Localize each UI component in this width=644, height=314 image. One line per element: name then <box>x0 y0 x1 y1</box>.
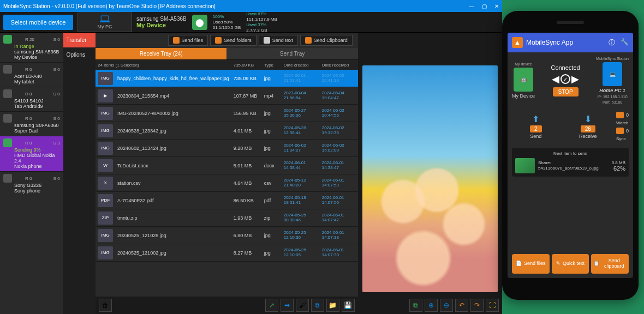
forward-button[interactable]: ➡ <box>281 299 294 312</box>
next-size: 5.8 MB <box>612 160 625 165</box>
file-size: 4.01 MB <box>231 128 262 134</box>
sidebar-device-item[interactable]: R 0S 0S410J S410JTab Android9 <box>0 87 63 112</box>
col-summary[interactable]: 24 items (1 Selected) <box>96 63 231 68</box>
delete-button[interactable]: 🗑 <box>99 299 112 312</box>
file-row[interactable]: IMGhappy_children_happy_kids_hd_free_wal… <box>96 70 358 87</box>
watch-count: 0 <box>626 112 629 118</box>
copy-image-button[interactable]: ⧉ <box>409 299 422 312</box>
file-type: mp4 <box>262 93 282 99</box>
date-received: 2024-06-0114:38:47 <box>322 161 356 171</box>
stop-button[interactable]: STOP <box>553 87 579 96</box>
next-name: Share: 5431166070_a6f7f9a519_o.jpg <box>538 160 609 171</box>
watch-row[interactable]: 0 <box>616 112 629 118</box>
file-type: zip <box>262 215 282 221</box>
tab-send[interactable]: Send Tray <box>226 48 357 59</box>
file-row[interactable]: IMG20240525_121028.jpg6.80 MBjpg2024-05-… <box>96 227 358 244</box>
file-name: 20240602_113424.jpg <box>115 146 231 151</box>
send-stat[interactable]: ⬆ 2 Send <box>512 114 560 139</box>
nav-transfer[interactable]: Transfer <box>63 33 96 47</box>
sidebar-device-item[interactable]: R 0S 3Sending 9%HMD Global Nokia 2.4Noki… <box>0 136 63 172</box>
preview-image[interactable] <box>362 65 498 292</box>
brush-button[interactable]: 🖌 <box>296 299 309 312</box>
file-name: station.csv <box>115 180 231 186</box>
phone-quick-text-button[interactable]: ✎Quick text <box>552 254 589 274</box>
col-total[interactable]: 735.09 KB <box>231 63 262 68</box>
close-button[interactable]: ✕ <box>494 3 499 9</box>
phone-connection-mid: Connected ◀✓▶ STOP <box>551 64 580 96</box>
file-row[interactable]: IMGIMG-20240527-WA0002.jpg156.95 KBjpg20… <box>96 105 358 122</box>
file-row[interactable]: ▶20230804_215654.mp4107.87 MBmp42023-08-… <box>96 87 358 105</box>
phone-app-title: MobileSync App <box>526 39 573 46</box>
net-used: Used 37% <box>246 22 277 27</box>
folder-button[interactable]: 📁 <box>326 299 339 312</box>
phone-settings-icon[interactable]: 🔧 <box>621 38 629 47</box>
sidebar[interactable]: R 20S 0In Rangesamsung SM-A536BMy Device… <box>0 33 63 314</box>
file-row[interactable]: ZIPtmntu.zip1.93 MBzip2024-05-2500:38:46… <box>96 209 358 227</box>
device-model: HMD Global Nokia 2.4 <box>14 153 60 164</box>
sync-folder-icon <box>616 128 624 134</box>
watch-folder-icon <box>616 112 624 118</box>
phone-send-files-button[interactable]: 📄Send files <box>512 254 550 274</box>
maximize-button[interactable]: ▢ <box>482 3 487 9</box>
file-row[interactable]: IMG20240602_113424.jpg9.28 MBjpg2024-06-… <box>96 140 358 157</box>
sidebar-device-item[interactable]: R 20S 0In Rangesamsung SM-A536BMy Device <box>0 33 63 63</box>
file-row[interactable]: PDFA-7D450E32.pdf86.50 KBpdf2024-05-1819… <box>96 192 358 209</box>
sidebar-device-item[interactable]: R 0S 0Acer B3-A40My tablet <box>0 63 63 87</box>
minimize-button[interactable]: — <box>469 3 474 9</box>
date-received: 2024-06-0220:44:56 <box>322 108 356 118</box>
titlebar-text: MobileSync Station - v2.0.0.0 (Full vers… <box>3 3 216 9</box>
file-row[interactable]: IMG20240528_123842.jpg4.01 MBjpg2024-05-… <box>96 122 358 140</box>
file-name: IMG-20240527-WA0002.jpg <box>115 111 231 116</box>
file-row[interactable]: Xstation.csv4.64 MBcsv2024-05-1221:40:20… <box>96 174 358 192</box>
sidebar-device-item[interactable]: R 0S 0samsung SM-A6060Super Dad <box>0 112 63 136</box>
device-alias: Super Dad <box>14 128 60 134</box>
col-received[interactable]: Date received <box>320 63 358 68</box>
clipboard-icon <box>305 37 312 44</box>
device-model: Acer B3-A40 <box>14 74 60 79</box>
zoom-in-button[interactable]: ⊕ <box>425 299 438 312</box>
file-thumb: IMG <box>98 124 113 137</box>
file-size: 156.95 KB <box>231 111 262 116</box>
receive-stat[interactable]: ⬇ 26 Receive <box>564 114 612 139</box>
zoom-out-button[interactable]: ⊖ <box>440 299 453 312</box>
phone-pc-label: Home PC 1 <box>599 88 625 93</box>
nav-options[interactable]: Options <box>63 47 96 62</box>
save-button[interactable]: 💾 <box>342 299 355 312</box>
list-body[interactable]: IMGhappy_children_happy_kids_hd_free_wal… <box>96 70 358 297</box>
station-top-label: MobileSync Station <box>596 57 629 61</box>
share-button[interactable]: ↗ <box>265 299 278 312</box>
phone-connection-row: My device 🤖 My Device Connected ◀✓▶ STOP… <box>508 52 633 108</box>
fullscreen-button[interactable]: ⛶ <box>486 299 499 312</box>
battery-stat: 100% Used 58% 61.1/105.5 GB <box>213 14 241 30</box>
device-status-icon <box>3 138 12 147</box>
ram-stat: Used 87% 111.1/127.9 MB Used 37% 2.7/7.3… <box>246 11 277 33</box>
file-size: 8.27 MB <box>231 250 262 256</box>
file-size: 4.64 MB <box>231 180 262 186</box>
send-folders-button[interactable]: Send folders <box>210 35 257 46</box>
rotate-right-button[interactable]: ↷ <box>470 299 484 312</box>
sidebar-device-item[interactable]: R 0S 0Sony G3226Sony phone <box>0 172 63 196</box>
sync-row[interactable]: 0 <box>616 128 629 134</box>
rotate-left-button[interactable]: ↶ <box>455 299 468 312</box>
phone-send-clipboard-button[interactable]: 📋Send clipboard <box>591 254 629 274</box>
copy-button[interactable]: ⧉ <box>311 299 324 312</box>
col-created[interactable]: Date created <box>282 63 320 68</box>
list-header: 24 items (1 Selected) 735.09 KB Type Dat… <box>96 60 358 70</box>
col-type[interactable]: Type <box>262 63 282 68</box>
file-row[interactable]: IMG20240525_121002.jpg8.27 MBjpg2024-05-… <box>96 244 358 262</box>
phone-info-icon[interactable]: ⓘ <box>609 38 615 47</box>
tab-receive[interactable]: Receive Tray (24) <box>96 48 226 59</box>
file-type: jpg <box>262 233 282 238</box>
file-type: jpg <box>262 146 282 151</box>
send-clipboard-button[interactable]: Send Clipboard <box>300 35 353 46</box>
file-row[interactable]: WToDoList.docx5.01 MBdocx2024-06-0114:38… <box>96 157 358 174</box>
send-text-button[interactable]: Send text <box>259 35 298 46</box>
my-pc-card[interactable]: My PC <box>77 13 132 32</box>
file-size: 107.87 MB <box>231 93 262 99</box>
action-row: Send files Send folders Send text Send C… <box>96 33 358 48</box>
file-type: pdf <box>262 198 282 203</box>
device-status: Sending 9% <box>14 147 60 153</box>
send-files-button[interactable]: Send files <box>168 35 208 46</box>
device-model: samsung SM-A536B <box>136 16 187 22</box>
file-thumb: W <box>98 159 113 172</box>
